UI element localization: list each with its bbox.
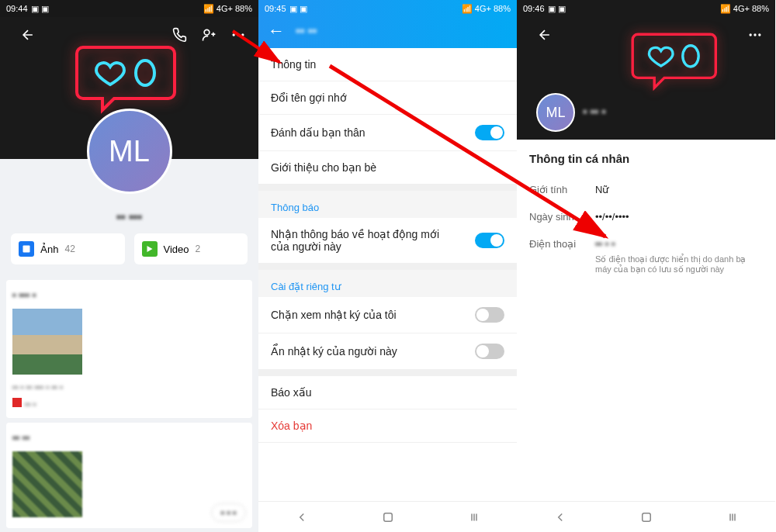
post-thumbnail xyxy=(12,451,82,517)
section-header: Cài đặt riêng tư xyxy=(258,264,517,297)
info-gender: Giới tínhNữ xyxy=(529,176,763,203)
photo-icon xyxy=(19,241,34,257)
back-icon[interactable] xyxy=(534,24,556,46)
svg-rect-6 xyxy=(383,513,392,521)
avatar[interactable]: ML xyxy=(536,93,575,132)
menu-rename[interactable]: Đổi tên gợi nhớ xyxy=(258,81,517,115)
toggle[interactable] xyxy=(475,233,504,248)
svg-rect-5 xyxy=(23,246,30,253)
svg-rect-11 xyxy=(642,513,650,521)
menu-notifications[interactable]: Nhận thông báo về hoạt động mới của ngườ… xyxy=(258,218,517,264)
menu-hide-diary[interactable]: Ẩn nhật ký của người này xyxy=(258,333,517,370)
status-bar: 09:45 ▣ ▣ 📶4G+88% xyxy=(258,0,517,17)
nav-home-icon[interactable] xyxy=(637,508,656,527)
more-icon[interactable] xyxy=(744,24,766,46)
post-item[interactable]: ▪ ▪▪▪ ▪ ▪▪ ▪ ▪▪ ▪▪▪ ▪ ▪▪ ▪ ▪▪ ▪ xyxy=(6,280,252,418)
info-heading: Thông tin cá nhân xyxy=(529,152,763,176)
svg-point-1 xyxy=(233,33,235,36)
svg-point-7 xyxy=(750,33,752,36)
menu-block-diary[interactable]: Chặn xem nhật ký của tôi xyxy=(258,297,517,333)
nav-back-icon[interactable] xyxy=(551,508,570,527)
nav-recent-icon[interactable] xyxy=(465,508,483,527)
video-icon xyxy=(142,241,158,257)
section-header: Thông báo xyxy=(258,185,517,218)
back-icon[interactable] xyxy=(17,24,39,46)
more-icon[interactable] xyxy=(227,24,249,46)
svg-point-2 xyxy=(237,33,239,36)
svg-point-8 xyxy=(753,33,756,36)
profile-name: ▪▪ ▪▪▪ xyxy=(0,206,258,233)
toggle[interactable] xyxy=(475,125,504,140)
nav-bar xyxy=(517,501,775,532)
toggle[interactable] xyxy=(475,307,504,323)
info-dob: Ngày sinh••/••/•••• xyxy=(529,203,763,230)
post-thumbnail xyxy=(12,309,82,375)
post-item[interactable]: ▪▪ ▪▪ ▪ ▪ ▪ xyxy=(6,423,252,528)
add-friend-icon[interactable] xyxy=(198,24,220,46)
avatar[interactable]: ML xyxy=(87,109,172,194)
svg-point-9 xyxy=(758,33,760,36)
back-icon[interactable]: ← xyxy=(268,21,285,41)
nav-home-icon[interactable] xyxy=(379,508,397,527)
svg-point-3 xyxy=(241,33,244,36)
videos-button[interactable]: Video 2 xyxy=(134,233,248,264)
toggle[interactable] xyxy=(475,344,504,359)
menu-delete-friend[interactable]: Xóa bạn xyxy=(258,409,517,443)
nav-back-icon[interactable] xyxy=(293,508,311,527)
photos-button[interactable]: Ảnh 42 xyxy=(11,233,125,264)
nav-bar xyxy=(258,501,517,532)
call-icon[interactable] xyxy=(168,24,190,46)
info-phone: Điện thoại▪▪ ▪ ▪ xyxy=(529,230,763,257)
nav-recent-icon[interactable] xyxy=(723,508,742,527)
menu-bestfriend[interactable]: Đánh dấu bạn thân xyxy=(258,115,517,151)
svg-point-0 xyxy=(204,29,210,35)
menu-report[interactable]: Báo xấu xyxy=(258,376,517,409)
status-bar: 09:44 ▣ ▣ 📶4G+88% xyxy=(0,0,258,17)
menu-info[interactable]: Thông tin xyxy=(258,48,517,81)
profile-name: ▪ ▪▪ ▪ xyxy=(583,105,606,118)
header-title: ▪▪ ▪▪ xyxy=(296,24,317,38)
status-bar: 09:46 ▣ ▣ 📶4G+88% xyxy=(517,0,775,17)
menu-introduce[interactable]: Giới thiệu cho bạn bè xyxy=(258,151,517,185)
svg-point-4 xyxy=(136,60,154,85)
phone-note: Số điện thoại được hiển thị do danh bạ m… xyxy=(529,254,763,275)
